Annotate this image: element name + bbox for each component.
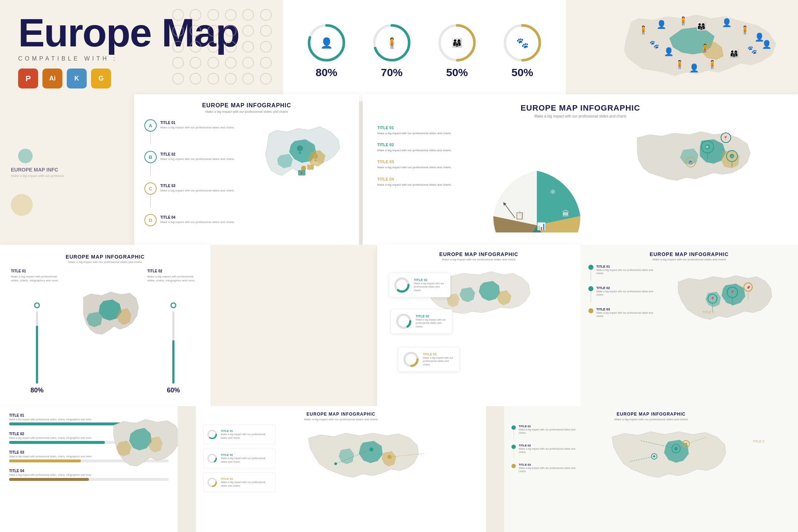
donut-title-3: TITLE 03 <box>423 352 456 356</box>
item-a-title: TITLE 01 <box>160 121 235 125</box>
donut-item-1: TITLE 01 Make a big impact with our prof… <box>389 273 451 297</box>
item-a-desc: Make a big impact with our professional … <box>160 125 235 129</box>
donut-item-2: TITLE 02 Make a big impact with our prof… <box>391 309 452 334</box>
progress-title-01: TITLE 01 <box>11 269 63 273</box>
pins-list: TITLE 01 Make a big impact with our prof… <box>588 265 654 397</box>
progress-map <box>69 269 142 394</box>
slide-donut-title: EUROPE MAP INFOGRAPHIC <box>385 251 572 257</box>
bottom-center-slide: EUROPE MAP INFOGRAPHIC Make a big impact… <box>196 406 486 532</box>
progress-label-02: 60% <box>167 387 180 394</box>
map-icons-section: 🧍 👤 🧍 👨‍👩‍👧 👤 🧍 👤 🐾 👤 🧍 👨‍👩‍👧 🐾 👤 🧍 👤 🧍 <box>566 0 798 102</box>
bottom-pin-1: TITLE 01 Make a big impact with our prof… <box>511 425 577 439</box>
svg-text:👤: 👤 <box>657 20 667 29</box>
svg-text:🐾: 🐾 <box>649 40 659 49</box>
stat-value-1: 80% <box>316 66 337 79</box>
bottom-gap <box>486 406 504 532</box>
slide-abcd-title: EUROPE MAP INFOGRAPHIC <box>144 102 349 109</box>
slide-pins: EUROPE MAP INFOGRAPHIC Make a big impact… <box>580 245 798 408</box>
svg-text:📊: 📊 <box>537 222 546 231</box>
slide2-subtitle: Make a big impact with our professional … <box>377 114 783 118</box>
donut-title-1: TITLE 01 <box>414 278 447 282</box>
bottom-donut-title-2: TITLE 02 <box>221 453 272 457</box>
svg-text:📌: 📌 <box>300 171 303 175</box>
bottom-center-subtitle: Make a big impact with our professional … <box>203 418 479 421</box>
svg-point-75 <box>387 455 391 459</box>
svg-text:👤: 👤 <box>689 63 699 73</box>
progress-title-02: TITLE 02 <box>147 269 200 273</box>
bottom-center-title: EUROPE MAP INFOGRAPHIC <box>203 412 479 417</box>
pin-item-2: TITLE 02 Make a big impact with our prof… <box>588 286 654 302</box>
slide-progress-subtitle: Make a big impact with our professional … <box>11 260 200 264</box>
svg-point-74 <box>334 462 337 465</box>
item-c-desc: Make a big impact with our professional … <box>160 189 235 193</box>
bottom-donut-title-1: TITLE 01 <box>221 429 272 433</box>
stat-item-1: 👤 80% <box>307 23 346 79</box>
bpr-title-2: TITLE 02 <box>519 444 577 447</box>
svg-text:🧍: 🧍 <box>675 59 685 69</box>
slide-abcd: EUROPE MAP INFOGRAPHIC Make a big impact… <box>134 94 359 245</box>
list-item-b: B TITLE 02 Make a big impact with our pr… <box>144 151 242 176</box>
svg-point-29 <box>301 166 306 171</box>
svg-text:🧍: 🧍 <box>678 16 688 26</box>
svg-point-82 <box>684 443 687 446</box>
bpr-desc-3: Make a big impact with our professional … <box>519 466 577 473</box>
bottom-donut-desc-3: Make a big impact with our professional … <box>221 481 272 487</box>
slide2-title: EUROPE MAP INFOGRAPHIC <box>377 103 783 113</box>
slide-abcd-subtitle: Make a big impact with our professional … <box>144 110 349 114</box>
stat-item-2: 🧍 70% <box>372 23 412 79</box>
bottom-right-map: TITLE C <box>581 425 791 523</box>
pie-chart-area: ⚛ 🏛 📊 📋 <box>486 125 588 232</box>
svg-text:📌: 📌 <box>746 285 751 290</box>
slide-partial-title: EUROPE MAP INFC <box>11 167 58 173</box>
illustrator-icon: Ai <box>42 69 62 88</box>
svg-text:🧍: 🧍 <box>638 25 649 35</box>
slide-donut: EUROPE MAP INFOGRAPHIC Make a big impact… <box>377 245 580 408</box>
hbars-map <box>98 406 178 532</box>
slide-progress-title: EUROPE MAP INFOGRAPHIC <box>11 254 200 260</box>
svg-text:📚: 📚 <box>688 160 693 165</box>
slide1-europe-svg: 📍 📌 <box>247 119 349 235</box>
bottom-right-title: EUROPE MAP INFOGRAPHIC <box>511 412 791 417</box>
info-title02: TITLE 02 Make a big impact with our prof… <box>377 143 479 152</box>
slide-pins-subtitle: Make a big impact with our professional … <box>588 258 790 261</box>
circle-a: A <box>144 119 157 132</box>
pins-europe-svg: 📍 📍 📌 TITLE C <box>657 265 790 397</box>
pin-desc-1: Make a big impact with our professional … <box>596 268 654 275</box>
europe-map-icons-svg: 🧍 👤 🧍 👨‍👩‍👧 👤 🧍 👤 🐾 👤 🧍 👨‍👩‍👧 🐾 👤 🧍 👤 🧍 <box>566 0 798 102</box>
bottom-beige-1 <box>178 406 196 532</box>
item-b-desc: Make a big impact with our professional … <box>160 157 235 161</box>
googleslides-icon: G <box>91 69 111 88</box>
progress-label-01: 80% <box>30 387 44 394</box>
stat-value-4: 50% <box>511 66 533 79</box>
svg-rect-32 <box>307 165 314 170</box>
bottom-donut-1: TITLE 01 Make a big impact with our prof… <box>203 425 276 444</box>
bottom-donut-desc-2: Make a big impact with our professional … <box>221 457 272 463</box>
donut-desc-1: Make a big impact with our professional … <box>414 282 447 292</box>
bpr-title-1: TITLE 01 <box>519 425 577 428</box>
powerpoint-icon: P <box>18 69 38 88</box>
svg-text:🐾: 🐾 <box>747 45 757 55</box>
progress-desc-02: Make a big impact with professional slid… <box>147 275 200 283</box>
svg-text:👨‍👩‍👧: 👨‍👩‍👧 <box>696 21 707 31</box>
svg-text:⚛: ⚛ <box>731 155 733 158</box>
stat-value-3: 50% <box>446 66 468 79</box>
slide2-europe-svg: 🏛 ⚛ 📍 📚 <box>595 125 783 232</box>
svg-text:TITLE C: TITLE C <box>703 310 714 314</box>
middle-beige <box>210 245 377 408</box>
pin-item-1: TITLE 01 Make a big impact with our prof… <box>588 265 654 281</box>
bottom-right-subtitle: Make a big impact with our professional … <box>511 418 791 421</box>
bottom-pin-2: TITLE 02 Make a big impact with our prof… <box>511 444 577 458</box>
progress-desc-01: Make a big impact with professional slid… <box>11 275 63 283</box>
slide-donut-subtitle: Make a big impact with our professional … <box>385 258 572 261</box>
svg-text:📍: 📍 <box>730 290 735 295</box>
info-title03: TITLE 03 Make a big impact with our prof… <box>377 160 479 169</box>
slide-pins-title: EUROPE MAP INFOGRAPHIC <box>588 251 790 257</box>
bottom-donut-list: TITLE 01 Make a big impact with our prof… <box>203 425 276 523</box>
stat-value-2: 70% <box>381 66 403 79</box>
item-b-title: TITLE 02 <box>160 152 235 156</box>
donut-item-3: TITLE 03 Make a big impact with our prof… <box>398 347 460 372</box>
bottom-donut-2: TITLE 02 Make a big impact with our prof… <box>203 449 276 468</box>
bottom-center-map <box>281 425 479 523</box>
stat-item-4: 🐾 50% <box>502 23 542 79</box>
svg-point-27 <box>313 154 318 159</box>
